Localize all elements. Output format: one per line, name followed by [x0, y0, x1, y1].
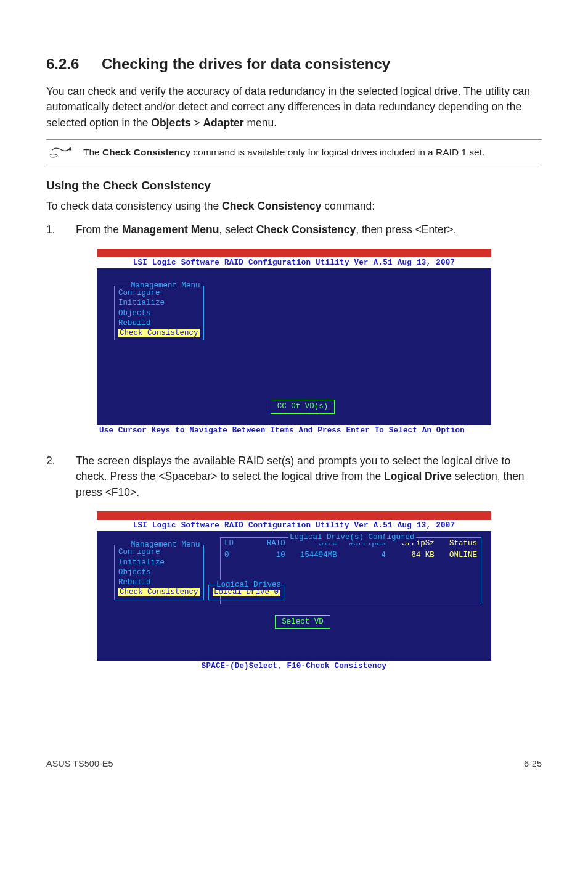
step-1-text: From the Management Menu, select Check C…: [76, 222, 542, 237]
management-menu-title-2: Management Menu: [129, 540, 202, 550]
s2-bold-a: Logical Drive: [384, 470, 452, 482]
hdr-ld: LD: [224, 538, 249, 548]
hdr-raid: RAID: [249, 538, 285, 548]
hdr-status: Status: [435, 538, 477, 548]
bios-body-1: Management Menu Configure Initialize Obj…: [97, 268, 491, 425]
sub-bold-a: Check Consistency: [222, 200, 321, 212]
centered-container-1: CC Of VD(s): [114, 340, 491, 417]
logical-drives-menu: Logical Drives Loical Drive 0: [208, 585, 284, 600]
menu2-item-rebuild: Rebuild: [118, 577, 200, 587]
step-1: 1. From the Management Menu, select Chec…: [46, 222, 542, 237]
sub-heading: Using the Check Consistency: [46, 179, 542, 192]
intro-paragraph: You can check and verify the accuracy of…: [46, 84, 542, 131]
menu-item-initialize: Initialize: [118, 298, 200, 308]
sub-text: To check data consistency using the Chec…: [46, 199, 542, 214]
cc-of-vd-box: CC Of VD(s): [271, 400, 335, 413]
row-status: ONLINE: [435, 550, 477, 560]
centered-container-2: Select VD: [114, 600, 491, 632]
section-heading: 6.2.6 Checking the drives for data consi…: [46, 56, 542, 73]
drives-data-row: 0 10 154494MB 4 64 KB ONLINE: [221, 550, 481, 561]
svg-point-0: [50, 154, 57, 157]
bios-title: LSI Logic Software RAID Configuration Ut…: [97, 257, 491, 268]
intro-text-a: You can check and verify the accuracy of…: [46, 85, 530, 129]
bios-status-1: Use Cursor Keys to Navigate Between Item…: [97, 425, 491, 436]
row-size: 154494MB: [285, 550, 337, 560]
menu2-item-check-hl: Check Consistency: [118, 588, 200, 596]
s1-bold-b: Check Consistency: [256, 223, 356, 236]
step-2-num: 2.: [46, 453, 76, 500]
bios-title-2: LSI Logic Software RAID Configuration Ut…: [97, 520, 491, 531]
s1-text-b: , select: [219, 223, 256, 236]
note-text-a: The: [83, 147, 102, 157]
management-menu-title: Management Menu: [129, 281, 202, 291]
drives-panel-title: Logical Drive(s) Configured: [288, 532, 416, 542]
intro-text-b: >: [190, 117, 203, 129]
section-number: 6.2.6: [46, 56, 102, 73]
s1-text-a: From the: [76, 223, 122, 236]
intro-text-c: menu.: [244, 117, 277, 129]
bios-body-2: Logical Drive(s) Configured LD RAID Size…: [97, 531, 491, 661]
note-block: The Check Consistency command is availab…: [46, 139, 542, 165]
menu2-item-objects: Objects: [118, 567, 200, 577]
sub-text-a: To check data consistency using the: [46, 200, 222, 212]
menu-item-check: Check Consistency: [118, 328, 200, 338]
footer-right: 6-25: [524, 759, 542, 769]
menu2-item-check: Check Consistency: [118, 587, 200, 597]
row-stripsz: 64 KB: [386, 550, 435, 560]
sub-text-b: command:: [321, 200, 375, 212]
page-footer: ASUS TS500-E5 6-25: [46, 759, 542, 769]
s1-text-c: , then press <Enter>.: [356, 223, 456, 236]
note-text-b: command is available only for logical dr…: [190, 147, 484, 157]
note-icon: [46, 144, 83, 161]
bios-status-2: SPACE-(De)Select, F10-Check Consistency: [97, 661, 491, 672]
row-ld: 0: [224, 550, 249, 560]
row-stripes: 4: [337, 550, 386, 560]
s1-bold-a: Management Menu: [122, 223, 219, 236]
section-title: Checking the drives for data consistency: [102, 56, 390, 73]
bios-top-bar-2: [97, 511, 491, 520]
logical-drives-menu-title: Logical Drives: [215, 580, 282, 590]
note-bold-a: Check Consistency: [102, 147, 190, 157]
bios-top-bar: [97, 249, 491, 257]
row-raid: 10: [249, 550, 285, 560]
note-text: The Check Consistency command is availab…: [83, 146, 542, 159]
menu-item-rebuild: Rebuild: [118, 318, 200, 328]
step-1-num: 1.: [46, 222, 76, 237]
step-2-text: The screen displays the available RAID s…: [76, 453, 542, 500]
select-vd-box: Select VD: [275, 615, 330, 629]
footer-left: ASUS TS500-E5: [46, 759, 113, 769]
step-2: 2. The screen displays the available RAI…: [46, 453, 542, 500]
bios-screenshot-2: LSI Logic Software RAID Configuration Ut…: [97, 511, 491, 672]
management-menu-2: Management Menu Configure Initialize Obj…: [114, 545, 204, 600]
intro-bold-a: Objects: [151, 117, 190, 129]
management-menu: Management Menu Configure Initialize Obj…: [114, 286, 204, 340]
menu2-item-initialize: Initialize: [118, 558, 200, 567]
intro-bold-b: Adapter: [203, 117, 243, 129]
menu-item-check-hl: Check Consistency: [118, 329, 200, 337]
menu-item-objects: Objects: [118, 308, 200, 318]
bios-screenshot-1: LSI Logic Software RAID Configuration Ut…: [97, 249, 491, 436]
